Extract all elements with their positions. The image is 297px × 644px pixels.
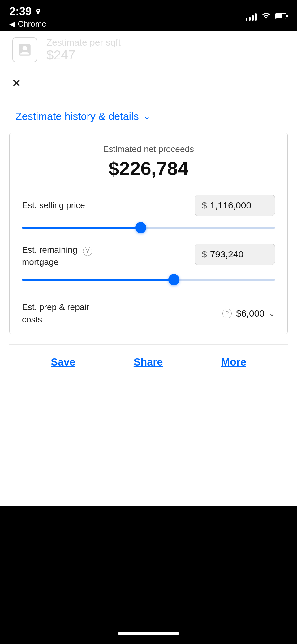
slider-track-filled bbox=[22, 227, 141, 229]
time-display: 2:39 bbox=[9, 5, 32, 18]
status-right bbox=[246, 11, 288, 22]
mortgage-input[interactable]: $ 793,240 bbox=[195, 244, 275, 265]
mortgage-label2: mortgage bbox=[22, 257, 58, 267]
prep-question-icon[interactable]: ? bbox=[222, 309, 232, 318]
main-content: Zestimate per sqft $247 ✕ Zestimate hist… bbox=[0, 31, 297, 506]
mortgage-row: Est. remaining ? mortgage $ 793,240 bbox=[22, 244, 275, 268]
close-row: ✕ bbox=[0, 69, 297, 98]
share-button[interactable]: Share bbox=[127, 353, 169, 371]
card-divider bbox=[22, 293, 275, 293]
selling-price-row: Est. selling price $ 1,116,000 bbox=[22, 195, 275, 216]
prep-label2: costs bbox=[22, 315, 42, 324]
proceeds-card: Estimated net proceeds $226,784 Est. sel… bbox=[9, 132, 288, 335]
mortgage-value: 793,240 bbox=[210, 249, 243, 260]
battery-icon bbox=[275, 12, 288, 22]
mortgage-slider-track-filled bbox=[22, 279, 174, 281]
status-time: 2:39 bbox=[9, 5, 46, 18]
question-icon[interactable]: ? bbox=[83, 247, 92, 256]
slider-thumb[interactable] bbox=[135, 222, 146, 233]
selling-price-slider[interactable] bbox=[22, 221, 275, 234]
mortgage-slider-thumb[interactable] bbox=[168, 274, 179, 285]
faded-price: $247 bbox=[46, 48, 121, 63]
status-bar: 2:39 ◀ Chrome bbox=[0, 0, 297, 31]
faded-header: Zestimate per sqft $247 bbox=[0, 31, 297, 69]
wifi-icon bbox=[261, 11, 271, 22]
prep-repair-row: Est. prep & repair costs ? $6,000 ⌄ bbox=[22, 301, 275, 325]
bottom-black-area bbox=[0, 506, 297, 644]
home-indicator bbox=[118, 632, 179, 635]
faded-text-group: Zestimate per sqft $247 bbox=[46, 37, 121, 63]
proceeds-amount: $226,784 bbox=[22, 157, 275, 179]
chevron-down-icon: ⌄ bbox=[143, 111, 150, 121]
faded-icon bbox=[12, 37, 37, 62]
proceeds-label: Estimated net proceeds bbox=[22, 144, 275, 154]
selling-price-input[interactable]: $ 1,116,000 bbox=[195, 195, 275, 216]
selling-price-label: Est. selling price bbox=[22, 200, 195, 210]
zestimate-history-label: Zestimate history & details bbox=[15, 110, 139, 122]
close-button[interactable]: ✕ bbox=[9, 75, 24, 91]
prep-label: Est. prep & repair costs bbox=[22, 301, 222, 325]
svg-rect-2 bbox=[276, 14, 282, 18]
svg-rect-1 bbox=[286, 15, 288, 17]
bottom-action-bar: Save Share More bbox=[9, 344, 288, 379]
zestimate-history-button[interactable]: Zestimate history & details ⌄ bbox=[15, 110, 150, 122]
prep-chevron-icon: ⌄ bbox=[269, 309, 275, 318]
zestimate-history-section: Zestimate history & details ⌄ bbox=[0, 98, 297, 132]
signal-icon bbox=[246, 13, 257, 21]
mortgage-label: Est. remaining ? mortgage bbox=[22, 244, 195, 268]
chrome-label: ◀ Chrome bbox=[9, 19, 46, 29]
mortgage-slider[interactable] bbox=[22, 273, 275, 287]
selling-price-value: 1,116,000 bbox=[210, 200, 251, 211]
prep-amount: $6,000 bbox=[236, 308, 265, 319]
save-button[interactable]: Save bbox=[45, 353, 81, 371]
more-button[interactable]: More bbox=[215, 353, 252, 371]
status-left: 2:39 ◀ Chrome bbox=[9, 5, 46, 29]
prep-label-text: Est. prep & repair bbox=[22, 302, 89, 312]
prep-value-group[interactable]: ? $6,000 ⌄ bbox=[222, 308, 275, 319]
faded-zestimate-label: Zestimate per sqft bbox=[46, 37, 121, 48]
mortgage-label-text: Est. remaining bbox=[22, 245, 77, 255]
chrome-back[interactable]: ◀ Chrome bbox=[9, 19, 46, 29]
location-icon bbox=[35, 8, 41, 15]
